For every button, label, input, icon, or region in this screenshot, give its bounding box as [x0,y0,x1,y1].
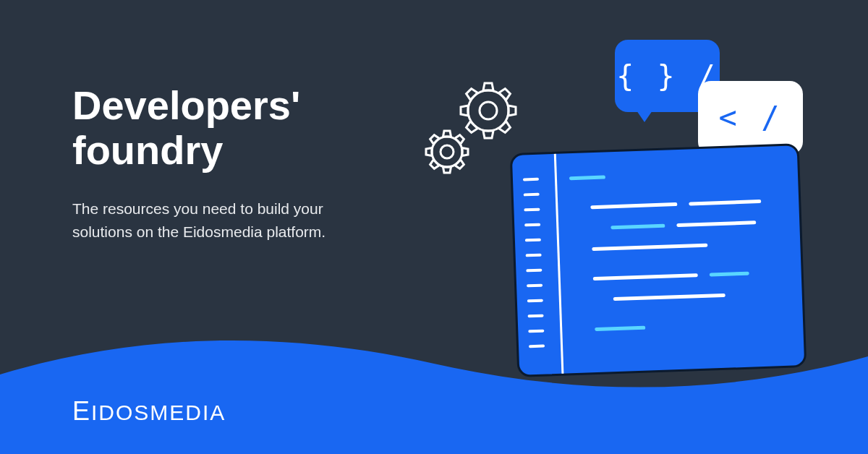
svg-point-0 [480,102,497,119]
wave-footer [0,324,868,454]
svg-point-3 [432,137,462,167]
hero-content: Developers' foundry The resources you ne… [72,83,376,243]
logo-rest: IDOSMEDIA [91,401,226,424]
brand-logo: EIDOSMEDIA [72,396,226,427]
hero-subtitle: The resources you need to build your sol… [72,197,376,243]
logo-first-letter: E [72,396,91,426]
svg-point-2 [441,145,454,158]
hero-title: Developers' foundry [72,83,376,172]
code-content [569,169,789,343]
svg-point-1 [468,90,509,131]
